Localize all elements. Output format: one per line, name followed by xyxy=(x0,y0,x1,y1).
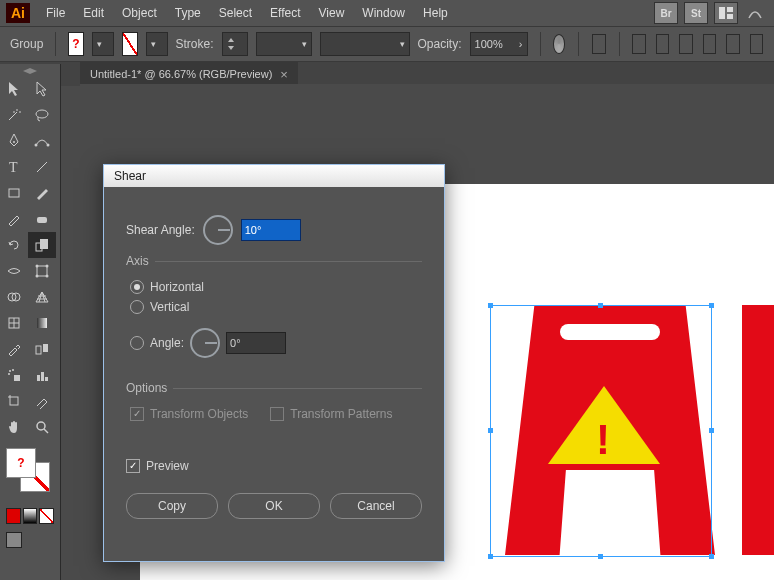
menu-view[interactable]: View xyxy=(311,2,353,24)
svg-point-16 xyxy=(36,275,39,278)
type-tool[interactable]: T xyxy=(0,154,28,180)
gpu-icon[interactable] xyxy=(744,3,766,23)
transform-objects-checkbox xyxy=(130,407,144,421)
curvature-tool[interactable] xyxy=(28,128,56,154)
brush-definition-select[interactable]: ▾ xyxy=(320,32,410,56)
fill-color-box[interactable]: ? xyxy=(6,448,36,478)
scale-tool[interactable] xyxy=(28,232,56,258)
menu-select[interactable]: Select xyxy=(211,2,260,24)
menu-window[interactable]: Window xyxy=(354,2,413,24)
align-hcenter-button[interactable] xyxy=(656,34,669,54)
eraser-tool[interactable] xyxy=(28,206,56,232)
cancel-button[interactable]: Cancel xyxy=(330,493,422,519)
hand-tool[interactable] xyxy=(0,414,28,440)
color-mode-solid[interactable] xyxy=(6,508,21,524)
stroke-swatch[interactable] xyxy=(122,32,138,56)
lasso-tool[interactable] xyxy=(28,102,56,128)
shear-angle-dial[interactable] xyxy=(203,215,233,245)
axis-angle-input[interactable] xyxy=(226,332,286,354)
transform-patterns-label: Transform Patterns xyxy=(290,407,392,421)
svg-rect-0 xyxy=(719,7,725,19)
align-top-button[interactable] xyxy=(703,34,716,54)
preview-checkbox[interactable] xyxy=(126,459,140,473)
color-mode-gradient[interactable] xyxy=(23,508,38,524)
perspective-grid-tool[interactable] xyxy=(28,284,56,310)
align-to-button[interactable] xyxy=(592,34,605,54)
artwork-shape-2[interactable] xyxy=(742,305,774,555)
svg-rect-32 xyxy=(45,377,48,381)
svg-rect-23 xyxy=(37,318,47,328)
align-vcenter-button[interactable] xyxy=(726,34,739,54)
document-tab[interactable]: Untitled-1* @ 66.67% (RGB/Preview) × xyxy=(80,62,298,86)
shear-dialog: Shear Shear Angle: Axis Horizontal Verti… xyxy=(103,164,445,562)
width-tool[interactable] xyxy=(0,258,28,284)
align-left-button[interactable] xyxy=(632,34,645,54)
align-right-button[interactable] xyxy=(679,34,692,54)
zoom-tool[interactable] xyxy=(28,414,56,440)
panel-grip-icon[interactable] xyxy=(20,68,40,74)
svg-point-14 xyxy=(36,265,39,268)
free-transform-tool[interactable] xyxy=(28,258,56,284)
stroke-profile-select[interactable]: ▾ xyxy=(256,32,312,56)
menu-type[interactable]: Type xyxy=(167,2,209,24)
menu-object[interactable]: Object xyxy=(114,2,165,24)
paintbrush-tool[interactable] xyxy=(28,180,56,206)
copy-button[interactable]: Copy xyxy=(126,493,218,519)
color-mode-none[interactable] xyxy=(39,508,54,524)
screen-mode-row xyxy=(0,528,60,552)
axis-angle-dial[interactable] xyxy=(190,328,220,358)
menu-edit[interactable]: Edit xyxy=(75,2,112,24)
fill-stroke-control[interactable]: ? xyxy=(0,446,60,504)
line-tool[interactable] xyxy=(28,154,56,180)
rectangle-tool[interactable] xyxy=(0,180,28,206)
selection-tool[interactable] xyxy=(0,76,28,102)
eyedropper-tool[interactable] xyxy=(0,336,28,362)
symbol-sprayer-tool[interactable] xyxy=(0,362,28,388)
direct-selection-tool[interactable] xyxy=(28,76,56,102)
svg-point-6 xyxy=(47,144,50,147)
fill-swatch[interactable]: ? xyxy=(68,32,84,56)
menu-bar: Ai File Edit Object Type Select Effect V… xyxy=(0,0,774,26)
close-tab-icon[interactable]: × xyxy=(280,67,288,82)
transform-patterns-checkbox xyxy=(270,407,284,421)
gradient-tool[interactable] xyxy=(28,310,56,336)
opacity-input[interactable]: 100%› xyxy=(470,32,528,56)
axis-horizontal-radio[interactable] xyxy=(130,280,144,294)
shape-builder-tool[interactable] xyxy=(0,284,28,310)
svg-line-8 xyxy=(37,162,47,172)
slice-tool[interactable] xyxy=(28,388,56,414)
arrange-docs-button[interactable] xyxy=(714,2,738,24)
menu-help[interactable]: Help xyxy=(415,2,456,24)
blend-tool[interactable] xyxy=(28,336,56,362)
shear-angle-input[interactable] xyxy=(241,219,301,241)
column-graph-tool[interactable] xyxy=(28,362,56,388)
stroke-weight-stepper[interactable] xyxy=(222,32,248,56)
stroke-dropdown[interactable]: ▾ xyxy=(146,32,168,56)
align-bottom-button[interactable] xyxy=(750,34,763,54)
axis-angle-radio[interactable] xyxy=(130,336,144,350)
selection-bbox[interactable] xyxy=(490,305,712,557)
opacity-label: Opacity: xyxy=(418,37,462,51)
axis-vertical-radio[interactable] xyxy=(130,300,144,314)
pen-tool[interactable] xyxy=(0,128,28,154)
artboard-tool[interactable] xyxy=(0,388,28,414)
menu-file[interactable]: File xyxy=(38,2,73,24)
recolor-button[interactable] xyxy=(553,34,565,54)
svg-point-27 xyxy=(9,370,11,372)
pencil-tool[interactable] xyxy=(0,206,28,232)
fill-dropdown[interactable]: ▾ xyxy=(92,32,114,56)
svg-rect-13 xyxy=(37,266,47,276)
mesh-tool[interactable] xyxy=(0,310,28,336)
ok-button[interactable]: OK xyxy=(228,493,320,519)
menu-effect[interactable]: Effect xyxy=(262,2,308,24)
document-tab-title: Untitled-1* @ 66.67% (RGB/Preview) xyxy=(90,68,272,80)
screen-mode-button[interactable] xyxy=(6,532,22,548)
rotate-tool[interactable] xyxy=(0,232,28,258)
stock-button[interactable]: St xyxy=(684,2,708,24)
magic-wand-tool[interactable] xyxy=(0,102,28,128)
svg-rect-12 xyxy=(40,239,48,249)
svg-rect-1 xyxy=(727,7,733,12)
bridge-button[interactable]: Br xyxy=(654,2,678,24)
svg-point-3 xyxy=(36,110,48,118)
axis-angle-label: Angle: xyxy=(150,336,184,350)
